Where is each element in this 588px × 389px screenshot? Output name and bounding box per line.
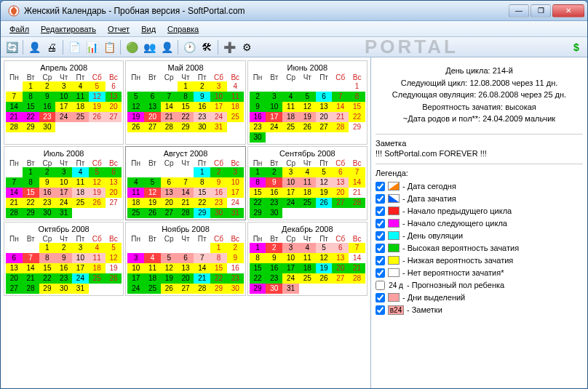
day-cell[interactable]: 14: [332, 102, 349, 112]
menu-item-0[interactable]: Файл: [4, 23, 35, 35]
day-cell[interactable]: 15: [23, 102, 39, 112]
day-cell[interactable]: 19: [127, 112, 144, 122]
day-cell[interactable]: 14: [6, 188, 23, 198]
day-cell[interactable]: 19: [316, 188, 333, 198]
day-cell[interactable]: 15: [194, 188, 210, 198]
day-cell[interactable]: 22: [23, 112, 39, 122]
legend-checkbox[interactable]: [376, 293, 385, 302]
day-cell[interactable]: 11: [299, 253, 316, 263]
day-cell[interactable]: 3: [72, 243, 89, 253]
day-cell[interactable]: 1: [23, 167, 39, 177]
day-cell[interactable]: 30: [39, 208, 56, 218]
day-cell[interactable]: 25: [72, 112, 89, 122]
day-cell[interactable]: 13: [161, 188, 178, 198]
day-cell[interactable]: 23: [39, 112, 56, 122]
day-cell[interactable]: 26: [161, 284, 178, 294]
day-cell[interactable]: 19: [89, 102, 106, 112]
day-cell[interactable]: 17: [282, 188, 299, 198]
day-cell[interactable]: 30: [266, 208, 282, 218]
day-cell[interactable]: 24: [266, 122, 282, 132]
day-cell[interactable]: 7: [178, 177, 194, 188]
day-cell[interactable]: 31: [282, 284, 299, 294]
day-cell[interactable]: 23: [39, 198, 56, 208]
day-cell[interactable]: 8: [194, 177, 210, 188]
day-cell[interactable]: 11: [72, 177, 89, 188]
legend-checkbox[interactable]: [376, 305, 385, 315]
day-cell[interactable]: 29: [349, 122, 365, 132]
day-cell[interactable]: 8: [23, 92, 39, 102]
day-cell[interactable]: 25: [227, 112, 244, 122]
day-cell[interactable]: 7: [23, 253, 39, 263]
day-cell[interactable]: 26: [299, 122, 316, 132]
day-cell[interactable]: 20: [332, 263, 349, 273]
day-cell[interactable]: 25: [89, 273, 106, 284]
print-button[interactable]: 🖨: [44, 39, 60, 55]
day-cell[interactable]: 12: [316, 253, 333, 263]
users-button[interactable]: 👥: [141, 39, 157, 55]
day-cell[interactable]: 18: [227, 102, 244, 112]
day-cell[interactable]: 5: [316, 167, 333, 177]
day-cell[interactable]: 22: [194, 198, 210, 208]
day-cell[interactable]: 19: [106, 263, 122, 273]
day-cell[interactable]: 19: [161, 273, 178, 284]
day-cell[interactable]: 15: [250, 263, 266, 273]
minimize-button[interactable]: —: [509, 4, 529, 17]
day-cell[interactable]: 28: [349, 273, 365, 284]
day-cell[interactable]: 14: [194, 263, 210, 273]
day-cell[interactable]: 24: [227, 198, 244, 208]
day-cell[interactable]: 22: [23, 198, 39, 208]
day-cell[interactable]: 4: [144, 253, 161, 263]
day-cell[interactable]: 6: [161, 177, 178, 188]
day-cell[interactable]: 18: [299, 188, 316, 198]
day-cell[interactable]: 30: [39, 122, 56, 132]
day-cell[interactable]: 29: [23, 208, 39, 218]
day-cell[interactable]: 23: [210, 198, 227, 208]
day-cell[interactable]: 12: [144, 188, 161, 198]
day-cell[interactable]: 10: [72, 253, 89, 263]
day-cell[interactable]: 28: [161, 122, 178, 132]
legend-checkbox[interactable]: [376, 231, 385, 241]
day-cell[interactable]: 27: [332, 198, 349, 208]
day-cell[interactable]: 23: [55, 273, 72, 284]
day-cell[interactable]: 16: [266, 263, 282, 273]
legend-checkbox[interactable]: [376, 194, 385, 204]
day-cell[interactable]: 9: [39, 177, 56, 188]
day-cell[interactable]: 5: [127, 92, 144, 102]
day-cell[interactable]: 26: [127, 122, 144, 132]
day-cell[interactable]: 25: [72, 198, 89, 208]
day-cell[interactable]: 7: [194, 253, 210, 263]
day-cell[interactable]: 16: [55, 263, 72, 273]
day-cell[interactable]: 2: [194, 81, 210, 92]
day-cell[interactable]: 13: [6, 263, 23, 273]
day-cell[interactable]: 28: [6, 208, 23, 218]
day-cell[interactable]: 5: [89, 167, 106, 177]
day-cell[interactable]: 4: [127, 177, 144, 188]
day-cell[interactable]: 11: [299, 177, 316, 188]
day-cell[interactable]: 1: [250, 243, 266, 253]
day-cell[interactable]: 4: [227, 81, 244, 92]
day-cell[interactable]: 14: [161, 102, 178, 112]
day-cell[interactable]: 29: [250, 284, 266, 294]
sync-button[interactable]: ⚙: [239, 39, 255, 55]
day-cell[interactable]: 20: [106, 188, 122, 198]
day-cell[interactable]: 7: [332, 92, 349, 102]
day-cell[interactable]: 27: [106, 198, 122, 208]
day-cell[interactable]: 26: [106, 273, 122, 284]
day-cell[interactable]: 18: [72, 102, 89, 112]
day-cell[interactable]: 8: [178, 92, 194, 102]
day-cell[interactable]: 12: [89, 177, 106, 188]
day-cell[interactable]: 12: [127, 102, 144, 112]
day-cell[interactable]: 10: [210, 92, 227, 102]
day-cell[interactable]: 22: [250, 198, 266, 208]
day-cell[interactable]: 3: [227, 167, 244, 177]
day-cell[interactable]: 13: [332, 177, 349, 188]
day-cell[interactable]: 6: [144, 92, 161, 102]
day-cell[interactable]: 12: [299, 102, 316, 112]
day-cell[interactable]: 20: [332, 188, 349, 198]
day-cell[interactable]: 5: [161, 253, 178, 263]
day-cell[interactable]: 2: [39, 81, 56, 92]
day-cell[interactable]: 11: [227, 92, 244, 102]
day-cell[interactable]: 24: [282, 198, 299, 208]
day-cell[interactable]: 30: [194, 122, 210, 132]
day-cell[interactable]: 10: [227, 177, 244, 188]
